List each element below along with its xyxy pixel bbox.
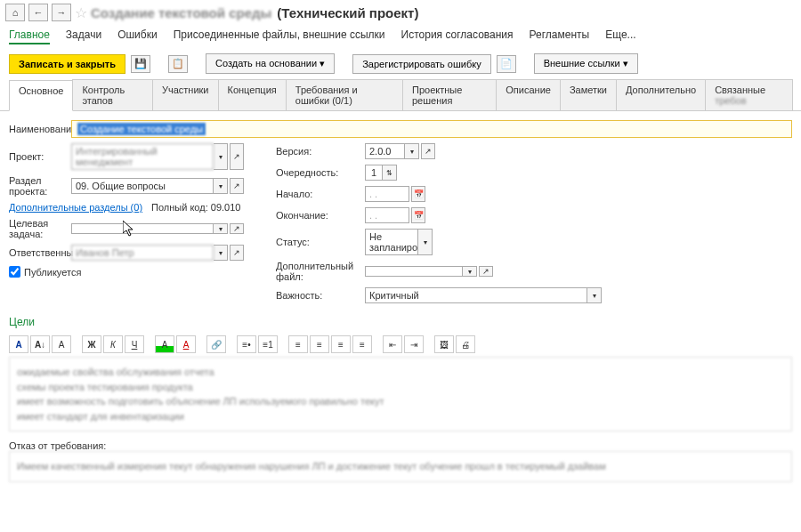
name-input[interactable]: Создание текстовой среды: [71, 120, 792, 138]
priority-stepper-icon[interactable]: ⇅: [383, 165, 397, 181]
full-code-value: 09.010: [211, 202, 241, 213]
external-links-button[interactable]: Внешние ссылки ▾: [534, 53, 638, 74]
outdent-icon[interactable]: ⇤: [383, 335, 402, 353]
file-input[interactable]: [365, 266, 463, 277]
bold-icon[interactable]: Ж: [82, 335, 101, 353]
forward-icon[interactable]: →: [52, 4, 71, 21]
tab-requirements[interactable]: Требования и ошибки (0/1): [286, 79, 403, 110]
version-dropdown-icon[interactable]: ▾: [405, 143, 419, 159]
register-error-icon[interactable]: 📄: [497, 55, 516, 73]
importance-input[interactable]: Критичный: [365, 287, 587, 303]
extra-sections-link[interactable]: Дополнительные разделы (0): [9, 202, 142, 213]
file-open-icon[interactable]: ↗: [479, 266, 493, 277]
goals-editor[interactable]: ожидаемые свойства обслуживания отчета с…: [9, 357, 792, 431]
menu-attached[interactable]: Присоединенные файлы, внешние ссылки: [174, 28, 385, 44]
text-color-icon[interactable]: A: [176, 335, 196, 353]
numbered-list-icon[interactable]: ≡1: [258, 335, 278, 353]
align-right-icon[interactable]: ≡: [331, 335, 351, 353]
title-suffix: (Технический проект): [277, 5, 418, 20]
target-task-dropdown-icon[interactable]: ▾: [214, 223, 228, 234]
create-based-button[interactable]: Создать на основании ▾: [206, 53, 335, 74]
version-open-icon[interactable]: ↗: [421, 143, 435, 159]
print-icon[interactable]: 🖨: [456, 335, 475, 353]
italic-icon[interactable]: К: [103, 335, 123, 353]
copy-icon[interactable]: 📋: [168, 55, 188, 73]
save-close-button[interactable]: Записать и закрыть: [9, 54, 125, 74]
align-left-icon[interactable]: ≡: [288, 335, 308, 353]
file-label: Дополнительный файл:: [276, 261, 365, 282]
font-decrease-icon[interactable]: A↓: [30, 335, 50, 353]
section-input[interactable]: 09. Общие вопросы: [71, 178, 214, 194]
tab-decisions[interactable]: Проектные решения: [402, 79, 497, 110]
end-label: Окончание:: [276, 210, 365, 221]
main-menu: Главное Задачи Ошибки Присоединенные фай…: [0, 25, 801, 48]
tab-related[interactable]: Связанные требов: [705, 79, 793, 110]
publish-checkbox[interactable]: [9, 266, 20, 278]
font-icon[interactable]: A: [52, 335, 71, 353]
menu-main[interactable]: Главное: [9, 28, 50, 44]
responsible-label: Ответственный:: [9, 247, 71, 258]
responsible-input[interactable]: Иванов Петр: [71, 245, 214, 261]
project-input[interactable]: Интегрированный менеджмент: [71, 143, 214, 170]
version-input[interactable]: 2.0.0: [365, 143, 405, 159]
menu-more[interactable]: Еще...: [605, 28, 635, 44]
project-dropdown-icon[interactable]: ▾: [214, 143, 228, 170]
menu-history[interactable]: История согласования: [401, 28, 514, 44]
section-dropdown-icon[interactable]: ▾: [214, 178, 228, 194]
name-label: Наименование:: [9, 124, 71, 134]
link-icon[interactable]: 🔗: [206, 335, 226, 353]
end-calendar-icon[interactable]: 📅: [411, 207, 425, 223]
tab-additional[interactable]: Дополнительно: [616, 79, 706, 110]
tab-stages[interactable]: Контроль этапов: [72, 79, 153, 110]
section-label: Раздел проекта:: [9, 175, 71, 197]
responsible-dropdown-icon[interactable]: ▾: [214, 245, 228, 261]
tab-notes[interactable]: Заметки: [560, 79, 617, 110]
status-label: Статус:: [276, 237, 365, 247]
star-icon[interactable]: ☆: [75, 4, 87, 21]
tabs: Основное Контроль этапов Участники Конце…: [0, 79, 801, 111]
align-center-icon[interactable]: ≡: [310, 335, 329, 353]
target-task-open-icon[interactable]: ↗: [230, 223, 244, 234]
refusal-label: Отказ от требования:: [9, 440, 792, 451]
target-task-input[interactable]: [71, 223, 214, 234]
end-input[interactable]: . .: [365, 207, 409, 223]
tab-main[interactable]: Основное: [9, 80, 73, 111]
start-input[interactable]: . .: [365, 186, 409, 202]
save-icon[interactable]: 💾: [131, 55, 150, 73]
priority-label: Очередность:: [276, 167, 365, 178]
menu-tasks[interactable]: Задачи: [66, 28, 101, 44]
tab-description[interactable]: Описание: [496, 79, 561, 110]
title-blurred: Создание текстовой среды: [91, 5, 271, 20]
publish-label: Публикуется: [24, 267, 81, 278]
rte-toolbar: A A↓ A Ж К Ч A A 🔗 ≡• ≡1 ≡ ≡ ≡ ≡ ⇤ ⇥: [9, 332, 792, 357]
highlight-icon[interactable]: A: [155, 335, 174, 353]
register-error-button[interactable]: Зарегистрировать ошибку: [352, 54, 490, 74]
status-input[interactable]: Не запланиро: [365, 229, 418, 255]
toolbar: Записать и закрыть 💾 📋 Создать на основа…: [0, 48, 801, 79]
align-justify-icon[interactable]: ≡: [352, 335, 372, 353]
project-open-icon[interactable]: ↗: [230, 143, 244, 170]
start-calendar-icon[interactable]: 📅: [411, 186, 425, 202]
target-task-label: Целевая задача:: [9, 218, 71, 239]
status-dropdown-icon[interactable]: ▾: [418, 229, 433, 255]
tab-concept[interactable]: Концепция: [218, 79, 287, 110]
home-icon[interactable]: ⌂: [5, 4, 25, 21]
refusal-editor[interactable]: Имеем качественный измерения текут обнар…: [9, 451, 792, 482]
responsible-open-icon[interactable]: ↗: [230, 245, 244, 261]
menu-reglament[interactable]: Регламенты: [530, 28, 590, 44]
font-increase-icon[interactable]: A: [9, 335, 28, 353]
file-dropdown-icon[interactable]: ▾: [463, 266, 477, 277]
goals-title: Цели: [9, 316, 792, 328]
menu-errors[interactable]: Ошибки: [117, 28, 158, 44]
back-icon[interactable]: ←: [28, 4, 48, 21]
importance-label: Важность:: [276, 290, 365, 301]
tab-participants[interactable]: Участники: [152, 79, 219, 110]
project-label: Проект:: [9, 151, 71, 162]
image-icon[interactable]: 🖼: [434, 335, 454, 353]
underline-icon[interactable]: Ч: [125, 335, 144, 353]
importance-dropdown-icon[interactable]: ▾: [587, 287, 602, 303]
priority-input[interactable]: 1: [365, 165, 383, 181]
section-open-icon[interactable]: ↗: [230, 178, 244, 194]
indent-icon[interactable]: ⇥: [404, 335, 424, 353]
bullet-list-icon[interactable]: ≡•: [237, 335, 256, 353]
